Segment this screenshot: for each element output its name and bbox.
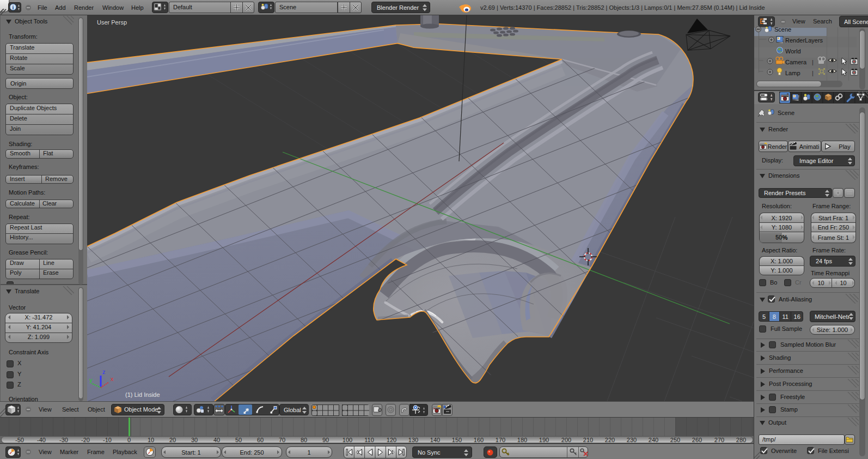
svg-text:(1) Lid Inside: (1) Lid Inside	[125, 391, 160, 398]
svg-text:Camera: Camera	[785, 59, 807, 65]
svg-text:y: y	[89, 377, 93, 383]
svg-text:RenderLayers: RenderLayers	[785, 37, 823, 44]
svg-text:User Persp: User Persp	[97, 19, 127, 26]
svg-text:World: World	[785, 48, 801, 55]
svg-text:x: x	[111, 376, 114, 382]
svg-text:i: i	[13, 4, 14, 10]
svg-text:Scene: Scene	[774, 26, 791, 33]
svg-text:|: |	[812, 59, 814, 65]
svg-text:|: |	[812, 70, 814, 76]
svg-text:z: z	[102, 369, 106, 375]
svg-text:Lamp: Lamp	[785, 70, 800, 76]
